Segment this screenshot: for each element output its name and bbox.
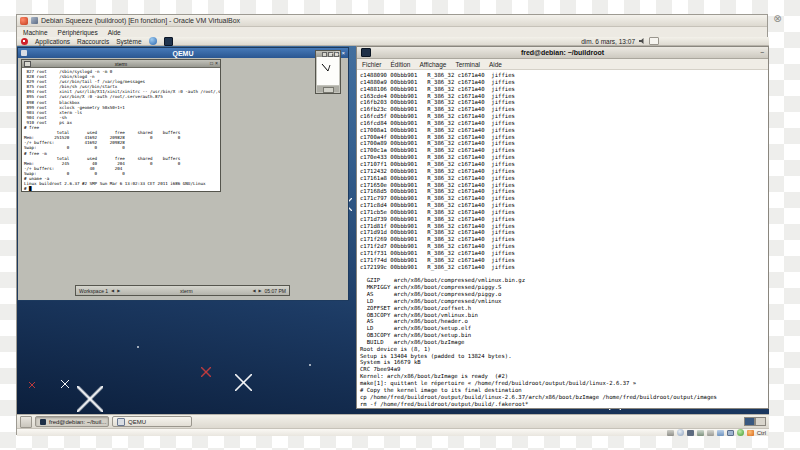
- close-icon[interactable]: ×: [215, 60, 218, 67]
- qemu-window-icon: [21, 50, 27, 56]
- qemu-titlebar[interactable]: QEMU − □ ×: [18, 48, 348, 58]
- virtualbox-window: Debian Squeeze (buildroot) [En fonction]…: [16, 14, 768, 435]
- menu-fichier[interactable]: Fichier: [362, 61, 382, 68]
- menu-machine[interactable]: Machine: [23, 29, 48, 36]
- shared-folder-icon[interactable]: [717, 430, 724, 436]
- virtualbox-statusbar: Ctrl: [17, 428, 769, 436]
- menu-aide[interactable]: Aide: [489, 61, 502, 68]
- xclock-face: [317, 57, 339, 85]
- browser-launcher-icon[interactable]: [149, 37, 157, 45]
- star-icon: [77, 386, 103, 412]
- taskbar-item-label: fred@debian: ~/buil...: [49, 419, 106, 425]
- taskbar-item-label: QEMU: [128, 419, 146, 425]
- virtualbox-titlebar[interactable]: Debian Squeeze (buildroot) [En fonction]…: [17, 15, 767, 27]
- workspace-label[interactable]: Workspace 1: [79, 288, 108, 294]
- terminal-output-text: c1488090 00bbb901 R_386_32 c1671a40 jiff…: [357, 70, 768, 407]
- workspace-cell[interactable]: [755, 417, 766, 426]
- star-icon: [235, 374, 252, 391]
- display-icon[interactable]: [727, 430, 734, 436]
- virtualbox-menubar: Machine Périphériques Aide: [17, 27, 767, 37]
- minimize-icon[interactable]: −: [330, 49, 334, 57]
- panel-clock[interactable]: dim. 6 mars, 13:07: [581, 38, 635, 45]
- xterm-menu-icon[interactable]: [24, 61, 31, 67]
- xterm-output: 827 root /sbin/syslogd -n -m 0 828 root …: [22, 68, 220, 191]
- star-icon: [61, 380, 69, 388]
- xclock-resize-grip[interactable]: [317, 86, 339, 92]
- usb-icon[interactable]: [707, 430, 714, 436]
- menu-edition[interactable]: Édition: [391, 61, 411, 68]
- toolbar-clock: 05:07 PM: [265, 288, 286, 294]
- maximize-icon[interactable]: □: [210, 60, 213, 67]
- cdrom-icon[interactable]: [677, 429, 684, 436]
- menu-systeme[interactable]: Système: [116, 38, 141, 45]
- applications-menu-icon[interactable]: [21, 38, 28, 45]
- notification-area-icon[interactable]: [649, 37, 659, 45]
- minimize-icon[interactable]: −: [760, 48, 764, 58]
- hdd-icon[interactable]: [667, 430, 674, 436]
- window-close-button[interactable]: ⊗: [772, 13, 783, 24]
- mouse-integration-icon: [747, 430, 754, 436]
- guest-screen: Applications Raccourcis Système dim. 6 m…: [17, 37, 769, 428]
- qemu-window-title: QEMU: [18, 50, 348, 57]
- menu-applications[interactable]: Applications: [35, 38, 70, 45]
- star-icon: [201, 367, 211, 377]
- qemu-window-icon: [117, 418, 125, 426]
- menu-terminal[interactable]: Terminal: [455, 61, 480, 68]
- xterm-title: xterm: [22, 61, 220, 67]
- clock-hands-icon: [317, 57, 339, 85]
- xterm-titlebar[interactable]: xterm □ ×: [22, 60, 220, 68]
- menu-aide[interactable]: Aide: [108, 29, 121, 36]
- terminal-output[interactable]: c1488090 00bbb901 R_386_32 c1671a40 jiff…: [357, 70, 768, 408]
- xterm-window: xterm □ × 827 root /sbin/syslogd -n -m 0…: [21, 59, 221, 192]
- workspace-cell-active[interactable]: [744, 417, 755, 426]
- next-workspace-icon[interactable]: ▶: [117, 288, 120, 293]
- network-icon[interactable]: [697, 430, 704, 436]
- menu-peripheriques[interactable]: Périphériques: [58, 29, 98, 36]
- gnome-top-panel: Applications Raccourcis Système dim. 6 m…: [17, 37, 769, 46]
- terminal-window: fred@debian: ~/buildroot − Fichier Éditi…: [356, 46, 769, 409]
- xterm-output-text: 827 root /sbin/syslogd -n -m 0 828 root …: [22, 68, 220, 191]
- vm-machine-icon: [31, 17, 38, 24]
- prev-workspace-icon[interactable]: ◀: [111, 288, 114, 293]
- hostkey-label: Ctrl: [757, 430, 766, 436]
- terminal-icon: [361, 48, 371, 57]
- window-title: Debian Squeeze (buildroot) [En fonction]…: [41, 17, 240, 24]
- prev-window-icon[interactable]: ◀: [252, 288, 255, 293]
- close-icon[interactable]: ×: [341, 49, 345, 57]
- virtualbox-app-icon: [20, 17, 28, 25]
- terminal-menubar: Fichier Édition Affichage Terminal Aide: [357, 59, 768, 70]
- taskbar-item-qemu[interactable]: QEMU: [112, 416, 192, 427]
- terminal-icon: [40, 419, 46, 425]
- gnome-bottom-panel: fred@debian: ~/buil... QEMU: [17, 414, 769, 428]
- taskbar-item-terminal[interactable]: fred@debian: ~/buil...: [35, 416, 109, 427]
- focused-window-label[interactable]: xterm: [123, 288, 249, 294]
- star-icon: [309, 364, 311, 366]
- menu-raccourcis[interactable]: Raccourcis: [77, 38, 109, 45]
- terminal-titlebar[interactable]: fred@debian: ~/buildroot −: [357, 47, 768, 59]
- star-icon: [137, 346, 139, 348]
- qemu-window: QEMU − □ × xterm □ ×: [17, 47, 349, 301]
- virtualization-icon: [737, 429, 744, 436]
- workspace-switcher[interactable]: [744, 417, 766, 426]
- blackbox-toolbar: Workspace 1 ◀ ▶ xterm ◀ ▶ 05:07 PM: [75, 285, 290, 296]
- terminal-title: fred@debian: ~/buildroot: [357, 49, 768, 56]
- volume-icon[interactable]: [639, 38, 645, 44]
- terminal-launcher-icon[interactable]: [164, 37, 173, 46]
- maximize-icon[interactable]: □: [336, 49, 340, 57]
- show-desktop-icon[interactable]: [20, 416, 32, 428]
- floppy-icon[interactable]: [687, 430, 694, 436]
- star-icon: [29, 382, 35, 388]
- next-window-icon[interactable]: ▶: [259, 288, 262, 293]
- guest-desktop: QEMU − □ × xterm □ ×: [17, 46, 769, 414]
- menu-affichage[interactable]: Affichage: [419, 61, 446, 68]
